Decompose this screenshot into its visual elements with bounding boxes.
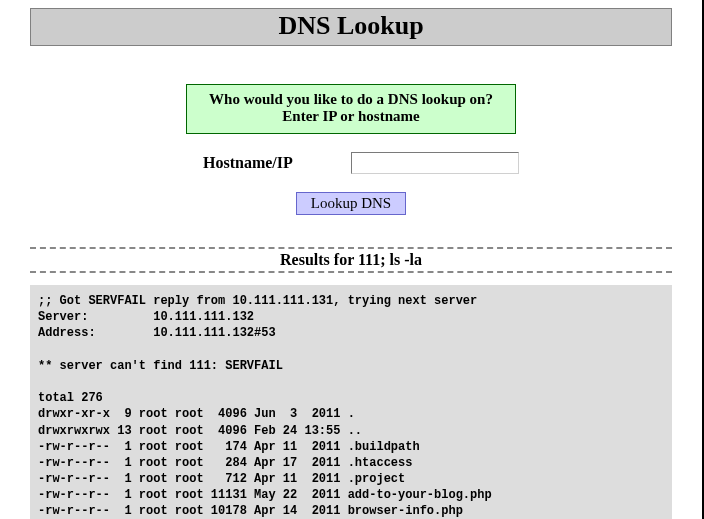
prompt-line-1: Who would you like to do a DNS lookup on… — [195, 91, 507, 108]
hostname-input[interactable] — [351, 152, 519, 174]
divider-top — [30, 247, 672, 249]
hostname-label: Hostname/IP — [203, 154, 323, 172]
form-row: Hostname/IP — [30, 152, 672, 174]
title-bar: DNS Lookup — [30, 8, 672, 46]
page-container: DNS Lookup Who would you like to do a DN… — [0, 0, 704, 519]
divider-bottom — [30, 271, 672, 273]
results-heading: Results for 111; ls -la — [30, 251, 672, 269]
prompt-line-2: Enter IP or hostname — [195, 108, 507, 125]
button-row: Lookup DNS — [30, 192, 672, 215]
prompt-box: Who would you like to do a DNS lookup on… — [186, 84, 516, 134]
page-title: DNS Lookup — [31, 11, 671, 41]
results-output: ;; Got SERVFAIL reply from 10.111.111.13… — [30, 285, 672, 519]
lookup-button[interactable]: Lookup DNS — [296, 192, 406, 215]
